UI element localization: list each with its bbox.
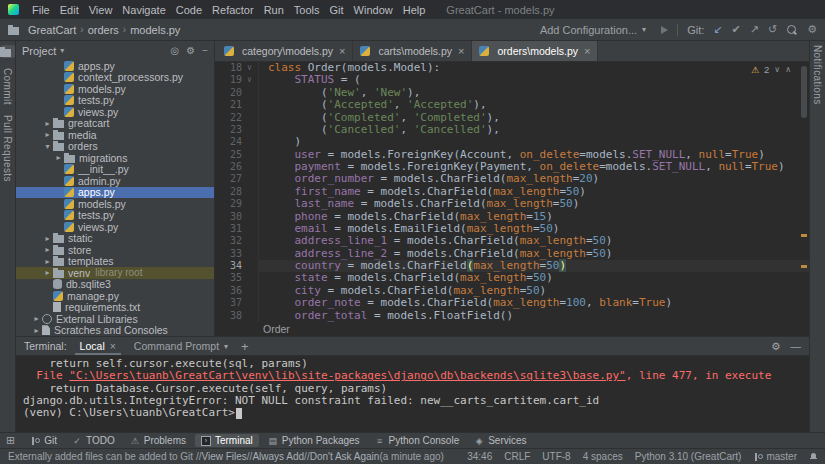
- status-action-link[interactable]: Don't Ask Again: [310, 451, 380, 462]
- tree-item[interactable]: ▸store: [16, 244, 214, 256]
- indent-style[interactable]: 4 spaces: [583, 451, 623, 462]
- options-gear-icon[interactable]: ⚙: [186, 45, 195, 56]
- tree-arrow-icon[interactable]: ▸: [42, 119, 53, 128]
- terminal-settings-gear-icon[interactable]: ⚙: [771, 340, 780, 352]
- tree-arrow-icon[interactable]: ▸: [42, 268, 53, 277]
- menu-help[interactable]: Help: [398, 4, 431, 16]
- tool-button-terminal[interactable]: Terminal: [195, 434, 259, 447]
- tool-button-services[interactable]: ◈Services: [468, 434, 532, 447]
- tree-item[interactable]: ▸greatcart: [16, 118, 214, 130]
- tree-arrow-icon[interactable]: ▸: [42, 245, 53, 254]
- tab-close-icon[interactable]: ×: [339, 45, 345, 57]
- tab-close-icon[interactable]: ×: [458, 45, 464, 57]
- notifications-bell-icon[interactable]: [809, 453, 817, 461]
- project-view-select[interactable]: Project: [22, 45, 56, 57]
- terminal-output[interactable]: return self.cursor.execute(sql, params) …: [16, 356, 809, 432]
- warning-stripe-mark[interactable]: [801, 265, 807, 268]
- project-tool-icon[interactable]: [1, 45, 15, 58]
- code-editor[interactable]: 18∨class Order(models.Model):19∨ STATUS …: [215, 62, 809, 322]
- git-commit-icon[interactable]: ✔: [731, 24, 740, 35]
- file-encoding[interactable]: UTF-8: [542, 451, 570, 462]
- search-everywhere-icon[interactable]: [786, 24, 798, 36]
- status-action-link[interactable]: Always Add: [252, 451, 304, 462]
- tree-item[interactable]: ▸venvlibrary root: [16, 267, 214, 279]
- tree-item[interactable]: ▸migrations: [16, 152, 214, 164]
- next-problem-icon[interactable]: ∨: [774, 64, 780, 76]
- tree-item[interactable]: admin.py: [16, 175, 214, 187]
- tree-arrow-icon[interactable]: ▸: [42, 234, 53, 243]
- tree-item[interactable]: apps.py: [16, 187, 214, 199]
- menu-file[interactable]: File: [27, 4, 55, 16]
- tree-item[interactable]: views.py: [16, 106, 214, 118]
- git-history-icon[interactable]: ↺: [768, 24, 777, 35]
- breadcrumb-item[interactable]: models.py: [130, 24, 180, 36]
- tree-item[interactable]: db.sqlite3: [16, 279, 214, 291]
- tree-item[interactable]: manage.py: [16, 290, 214, 302]
- terminal-tab[interactable]: Command Prompt▾: [129, 337, 233, 355]
- editor-tab[interactable]: category\models.py×: [217, 41, 353, 61]
- python-interpreter[interactable]: Python 3.10 (GreatCart): [635, 451, 742, 462]
- tree-arrow-icon[interactable]: ▸: [42, 257, 53, 266]
- line-separator[interactable]: CRLF: [504, 451, 530, 462]
- git-update-icon[interactable]: ↙: [713, 24, 722, 35]
- editor-tab[interactable]: orders\models.py×: [472, 41, 598, 61]
- tree-item[interactable]: tests.py: [16, 95, 214, 107]
- menu-navigate[interactable]: Navigate: [117, 4, 170, 16]
- tree-item[interactable]: ▸External Libraries: [16, 313, 214, 325]
- commit-tool-button[interactable]: Commit: [2, 68, 13, 105]
- tool-windows-grid-icon[interactable]: ⊞: [6, 434, 15, 447]
- tree-item[interactable]: ▸Scratches and Consoles: [16, 325, 214, 337]
- terminal-tab[interactable]: Local×: [75, 337, 121, 355]
- tree-item[interactable]: models.py: [16, 198, 214, 210]
- menu-refactor[interactable]: Refactor: [207, 4, 259, 16]
- caret-position[interactable]: 34:46: [467, 451, 492, 462]
- tool-button-problems[interactable]: ⚠Problems: [124, 434, 192, 447]
- new-terminal-session-icon[interactable]: +: [241, 339, 249, 354]
- menu-edit[interactable]: Edit: [55, 4, 84, 16]
- tool-button-git[interactable]: Git: [24, 434, 63, 447]
- tool-button-python-packages[interactable]: ▤Python Packages: [262, 434, 366, 447]
- tree-item[interactable]: models.py: [16, 83, 214, 95]
- menu-git[interactable]: Git: [325, 4, 349, 16]
- tree-item[interactable]: requirements.txt: [16, 302, 214, 314]
- code-line[interactable]: 23 ('Cancelled', 'Cancelled'),: [215, 124, 809, 136]
- editor-scrollbar[interactable]: [799, 62, 809, 322]
- tree-item[interactable]: ▸static: [16, 233, 214, 245]
- fold-icon[interactable]: ∨: [242, 62, 257, 74]
- minimize-panel-icon[interactable]: —: [791, 340, 802, 352]
- notifications-tool-button[interactable]: Notifications: [812, 45, 823, 105]
- scrollbar-thumb[interactable]: [801, 66, 807, 118]
- tree-item[interactable]: ▸media: [16, 129, 214, 141]
- pull-requests-tool-button[interactable]: Pull Requests: [2, 115, 13, 182]
- git-push-icon[interactable]: ↗: [750, 24, 759, 35]
- git-branch-widget[interactable]: master: [753, 451, 797, 462]
- code-line[interactable]: 38 order_total = models.FloatField(): [215, 310, 809, 322]
- inspections-widget[interactable]: ⚠ 2 ∨ ∧: [747, 64, 795, 76]
- tree-item[interactable]: __init__.py: [16, 164, 214, 176]
- locate-file-icon[interactable]: ◎: [170, 45, 179, 56]
- tree-arrow-icon[interactable]: ▾: [42, 142, 53, 151]
- tab-close-icon[interactable]: ×: [584, 45, 590, 57]
- menu-window[interactable]: Window: [349, 4, 398, 16]
- menu-run[interactable]: Run: [259, 4, 289, 16]
- tree-arrow-icon[interactable]: ▸: [53, 153, 64, 162]
- menu-view[interactable]: View: [84, 4, 118, 16]
- menu-code[interactable]: Code: [171, 4, 207, 16]
- tree-arrow-icon[interactable]: ▸: [31, 314, 42, 323]
- breadcrumb-item[interactable]: GreatCart: [28, 24, 76, 36]
- editor-tab[interactable]: carts\models.py×: [353, 41, 472, 61]
- tool-button-todo[interactable]: ✓TODO: [66, 434, 121, 447]
- run-button[interactable]: [661, 26, 668, 34]
- tree-item[interactable]: tests.py: [16, 210, 214, 222]
- stack-trace-file-link[interactable]: "C:\Users\tuanb\GreatCart\venv\lib\site-…: [69, 369, 625, 382]
- tree-arrow-icon[interactable]: ▸: [42, 130, 53, 139]
- warning-stripe-mark[interactable]: [801, 234, 807, 237]
- tool-button-python-console[interactable]: ≡Python Console: [369, 434, 466, 447]
- tree-item[interactable]: apps.py: [16, 60, 214, 72]
- tree-item[interactable]: context_processors.py: [16, 72, 214, 84]
- prev-problem-icon[interactable]: ∧: [785, 64, 791, 76]
- tree-arrow-icon[interactable]: ▸: [31, 326, 42, 335]
- status-action-link[interactable]: View Files: [201, 451, 246, 462]
- settings-gear-icon[interactable]: ⚙: [807, 24, 817, 35]
- tree-item[interactable]: ▸templates: [16, 256, 214, 268]
